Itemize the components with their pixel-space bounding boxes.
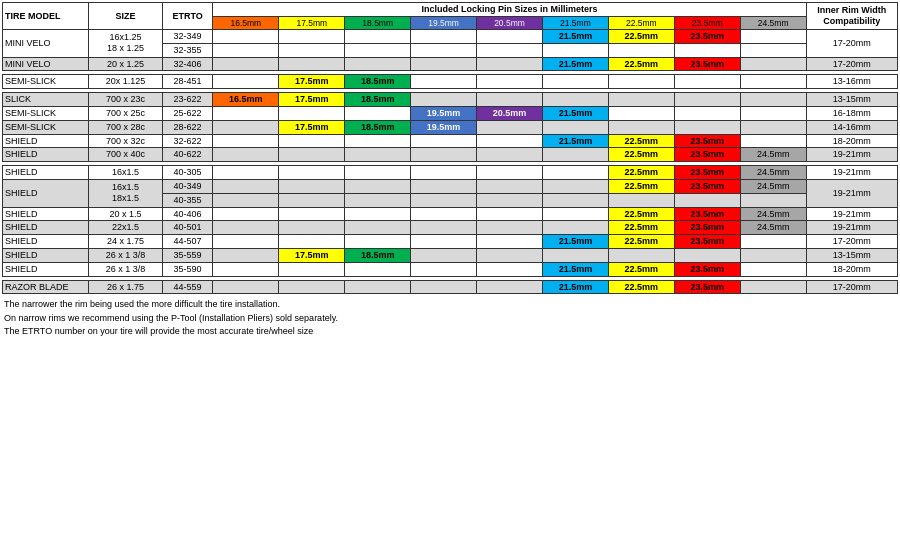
pin-18	[345, 134, 411, 148]
pin-18	[345, 262, 411, 276]
compat: 19-21mm	[806, 148, 897, 162]
pin-16	[213, 179, 279, 193]
table-row: MINI VELO 16x1.2518 x 1.25 32-349 21.5mm…	[3, 29, 898, 43]
table-row: SEMI-SLICK 20x 1.125 28-451 17.5mm 18.5m…	[3, 75, 898, 89]
pin-17	[279, 43, 345, 57]
compat: 17-20mm	[806, 57, 897, 71]
pin-20: 20.5mm	[477, 106, 543, 120]
pin-24	[740, 106, 806, 120]
pin-20	[477, 166, 543, 180]
pin-23: 23.5mm	[674, 280, 740, 294]
pin-22: 22.5mm	[608, 166, 674, 180]
compat: 13-15mm	[806, 248, 897, 262]
tire-etrto: 40-406	[162, 207, 213, 221]
pin-20	[477, 75, 543, 89]
pin-23: 23.5mm	[674, 207, 740, 221]
tire-model: MINI VELO	[3, 57, 89, 71]
pin-16	[213, 235, 279, 249]
tire-etrto: 32-622	[162, 134, 213, 148]
tire-size: 700 x 28c	[89, 120, 163, 134]
pin-23: 23.5mm	[674, 179, 740, 193]
pin-16	[213, 134, 279, 148]
compat: 13-15mm	[806, 93, 897, 107]
pin-22	[608, 120, 674, 134]
pin-18	[345, 166, 411, 180]
pin-21	[542, 248, 608, 262]
pin-22: 22.5mm	[608, 57, 674, 71]
pin-23: 23.5mm	[674, 235, 740, 249]
pin-22: 22.5mm	[608, 235, 674, 249]
pin-20	[477, 148, 543, 162]
pin-24	[740, 43, 806, 57]
compat: 14-16mm	[806, 120, 897, 134]
tire-etrto: 44-507	[162, 235, 213, 249]
pin-19: 19.5mm	[411, 120, 477, 134]
compat: 19-21mm	[806, 221, 897, 235]
pin-18	[345, 43, 411, 57]
pin-17	[279, 29, 345, 43]
tire-model: SHIELD	[3, 262, 89, 276]
table-row: SEMI-SLICK 700 x 28c 28-622 17.5mm 18.5m…	[3, 120, 898, 134]
pin-23: 23.5mm	[674, 134, 740, 148]
pin-20	[477, 280, 543, 294]
tire-etrto: 44-559	[162, 280, 213, 294]
pin-22	[608, 43, 674, 57]
pin-21	[542, 43, 608, 57]
tire-size: 26 x 1 3/8	[89, 248, 163, 262]
pin-17: 17.5mm	[279, 75, 345, 89]
pin-19	[411, 280, 477, 294]
pin-24: 24.5mm	[740, 179, 806, 193]
pin-17	[279, 193, 345, 207]
pin-20-header: 20.5mm	[477, 16, 543, 29]
tire-etrto: 32-355	[162, 43, 213, 57]
pin-17	[279, 280, 345, 294]
table-row: SHIELD 16x1.518x1.5 40-349 22.5mm 23.5mm…	[3, 179, 898, 193]
pin-22	[608, 75, 674, 89]
pin-20	[477, 120, 543, 134]
pin-18: 18.5mm	[345, 120, 411, 134]
tire-size: 700 x 25c	[89, 106, 163, 120]
pin-24: 24.5mm	[740, 148, 806, 162]
pin-20	[477, 248, 543, 262]
pin-21: 21.5mm	[542, 235, 608, 249]
pin-21	[542, 75, 608, 89]
pin-18	[345, 179, 411, 193]
pin-24: 24.5mm	[740, 221, 806, 235]
pin-23	[674, 193, 740, 207]
compat: 19-21mm	[806, 166, 897, 180]
compat-header: Inner Rim WidthCompatibility	[806, 3, 897, 30]
pin-16	[213, 166, 279, 180]
pin-22	[608, 248, 674, 262]
table-row: SHIELD 20 x 1.5 40-406 22.5mm 23.5mm 24.…	[3, 207, 898, 221]
pin-16	[213, 248, 279, 262]
tire-size: 16x1.518x1.5	[89, 179, 163, 207]
pin-22	[608, 106, 674, 120]
pin-22: 22.5mm	[608, 280, 674, 294]
compat: 18-20mm	[806, 262, 897, 276]
tire-model: SHIELD	[3, 248, 89, 262]
pin-18	[345, 235, 411, 249]
footnotes: The narrower the rim being used the more…	[2, 294, 898, 343]
pin-24	[740, 248, 806, 262]
pin-22	[608, 193, 674, 207]
pin-20	[477, 207, 543, 221]
pin-18: 18.5mm	[345, 75, 411, 89]
tire-model: MINI VELO	[3, 29, 89, 57]
pin-21	[542, 193, 608, 207]
pin-20	[477, 134, 543, 148]
pin-17	[279, 179, 345, 193]
pin-21: 21.5mm	[542, 29, 608, 43]
tire-etrto: 40-349	[162, 179, 213, 193]
pin-19	[411, 221, 477, 235]
pin-16	[213, 120, 279, 134]
pin-22-header: 22.5mm	[608, 16, 674, 29]
pin-16	[213, 207, 279, 221]
pin-20	[477, 235, 543, 249]
pin-22	[608, 93, 674, 107]
pin-22: 22.5mm	[608, 179, 674, 193]
tire-size: 24 x 1.75	[89, 235, 163, 249]
pin-18	[345, 221, 411, 235]
pin-19	[411, 57, 477, 71]
tire-size: 20 x 1.5	[89, 207, 163, 221]
pin-21: 21.5mm	[542, 280, 608, 294]
